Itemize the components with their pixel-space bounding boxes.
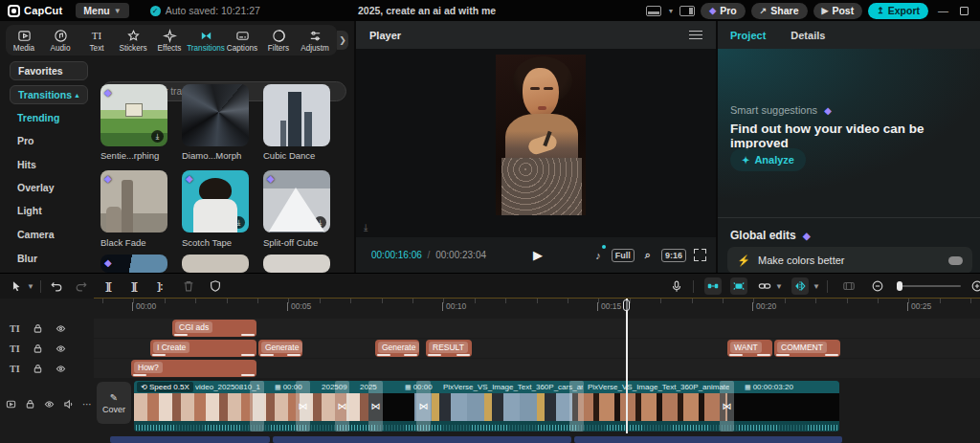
auto-preview-icon[interactable] — [730, 277, 747, 295]
playhead-handle[interactable] — [623, 299, 630, 311]
tab-details[interactable]: Details — [791, 30, 825, 41]
eye-icon[interactable] — [44, 399, 55, 410]
sidebar-item-camera[interactable]: Camera — [17, 229, 55, 240]
sidebar-item-pro[interactable]: Pro — [17, 135, 34, 146]
tab-media[interactable]: Media — [6, 29, 42, 53]
zoom-in-icon[interactable] — [969, 277, 980, 295]
tab-stickers[interactable]: Stickers — [115, 29, 151, 53]
transition-marker[interactable]: ⋈ — [296, 381, 310, 432]
export-button[interactable]: ↥Export — [868, 3, 928, 19]
tab-captions[interactable]: Captions — [224, 29, 260, 53]
pro-button[interactable]: ◆Pro — [701, 3, 745, 19]
transition-marker[interactable]: ⋈ — [416, 381, 431, 432]
text-clip[interactable]: RESULT — [426, 340, 472, 357]
tabbar-expand-chevron[interactable]: ❯ — [337, 31, 348, 50]
sidebar-item-trending[interactable]: Trending — [17, 112, 59, 123]
text-clip[interactable]: Generate — [258, 340, 302, 357]
tab-adjustment[interactable]: Adjustm — [297, 29, 333, 53]
aspect-ratio-button[interactable]: 9:16 — [661, 249, 686, 262]
cursor-tool-icon[interactable] — [8, 277, 25, 295]
lock-icon[interactable] — [33, 323, 43, 334]
copyright-check-icon[interactable] — [207, 277, 224, 295]
speaker-icon[interactable] — [63, 399, 74, 410]
sidebar-item-hits[interactable]: Hits — [17, 159, 36, 170]
delete-left-icon[interactable]: ][ — [125, 277, 143, 295]
tab-text[interactable]: TI Text — [78, 29, 115, 53]
focus-zoom-icon[interactable]: ⌕ — [642, 248, 654, 262]
eye-icon[interactable] — [56, 323, 66, 334]
analyze-button[interactable]: ✦ Analyze — [730, 148, 806, 171]
text-clip[interactable]: COMMENT — [774, 340, 840, 357]
make-colors-better-row[interactable]: ⚡ Make colors better — [727, 247, 972, 273]
chevron-down-icon[interactable]: ▼ — [775, 282, 783, 291]
full-quality-button[interactable]: Full — [612, 249, 635, 262]
mirror-flip-icon[interactable] — [791, 277, 809, 295]
zoom-out-icon[interactable] — [869, 277, 886, 295]
record-voiceover-icon[interactable] — [668, 277, 685, 295]
lock-icon[interactable] — [33, 364, 43, 374]
sidebar-item-light[interactable]: Light — [17, 205, 42, 216]
delete-right-icon[interactable]: ]: — [151, 277, 168, 295]
text-clip[interactable]: WANT — [727, 340, 772, 357]
lock-icon[interactable] — [33, 343, 43, 354]
lock-icon[interactable] — [25, 399, 35, 410]
chevron-down-icon[interactable]: ▼ — [27, 282, 34, 291]
layout-right-icon[interactable] — [679, 6, 695, 16]
split-icon[interactable]: ][ — [100, 277, 117, 295]
timeline-ruler[interactable]: 00:00 00:05 00:10 00:15 00:20 00:25 — [94, 299, 980, 317]
magnetic-snap-icon[interactable] — [704, 277, 722, 295]
keyframe-graph-icon[interactable] — [840, 277, 858, 295]
layout-bottom-icon[interactable] — [646, 6, 661, 16]
download-icon[interactable]: ⤓ — [314, 216, 326, 229]
transition-card[interactable]: ◆ ⤓ — [100, 84, 167, 146]
tab-filters[interactable]: Filters — [260, 29, 297, 53]
audio-clip[interactable] — [110, 436, 270, 443]
menu-button[interactable]: Menu▼ — [76, 3, 128, 18]
sidebar-item-overlay[interactable]: Overlay — [17, 182, 55, 193]
player-menu-icon[interactable] — [689, 31, 702, 40]
play-button[interactable]: ▶ — [533, 248, 543, 262]
zoom-slider-handle[interactable] — [897, 281, 902, 291]
transition-card[interactable] — [263, 255, 330, 273]
eye-icon[interactable] — [56, 364, 66, 374]
transition-card[interactable]: ◆ ⤓ — [182, 170, 249, 233]
transition-card[interactable]: ◆ — [100, 170, 167, 233]
video-clip[interactable]: ⟲ Speed 0.5X video_20250810_1 ▦00:00 202… — [134, 381, 839, 432]
transition-marker[interactable] — [569, 381, 584, 432]
tab-transitions[interactable]: Transitions — [188, 29, 224, 53]
sidebar-group-transitions[interactable]: Transitions ▲ — [10, 85, 88, 104]
video-preview[interactable] — [496, 55, 586, 215]
link-clips-icon[interactable] — [756, 277, 773, 295]
audio-clip[interactable] — [574, 436, 842, 443]
tab-effects[interactable]: Effects — [151, 29, 188, 53]
share-button[interactable]: ↗Share — [751, 3, 808, 19]
more-icon[interactable]: ⋯ — [82, 399, 93, 410]
transition-card[interactable] — [182, 84, 249, 146]
transition-card[interactable] — [263, 84, 330, 146]
transition-marker[interactable] — [250, 381, 264, 432]
text-clip[interactable]: Generate — [375, 340, 419, 357]
text-clip[interactable]: CGI ads — [172, 320, 256, 337]
transition-marker[interactable]: ⋈ — [720, 381, 734, 432]
sidebar-item-blur[interactable]: Blur — [17, 253, 37, 264]
delete-icon[interactable] — [180, 277, 197, 295]
audio-clip[interactable] — [273, 436, 571, 443]
download-icon[interactable]: ⤓ — [151, 130, 164, 143]
post-button[interactable]: ▶Post — [813, 3, 863, 19]
restore-button[interactable] — [960, 7, 969, 15]
transition-marker[interactable]: ⋈ — [368, 381, 383, 432]
undo-icon[interactable] — [48, 277, 65, 295]
tab-audio[interactable]: Audio — [42, 29, 78, 53]
text-clip[interactable]: I Create — [150, 340, 256, 357]
toggle-switch[interactable] — [948, 256, 963, 265]
download-preview-icon[interactable]: ⤓ — [364, 222, 368, 233]
minimize-button[interactable]: — — [934, 5, 952, 16]
chevron-down-icon[interactable]: ▼ — [667, 8, 674, 14]
transition-card[interactable]: ◆ — [100, 255, 167, 273]
tab-project[interactable]: Project — [730, 30, 766, 41]
chevron-down-icon[interactable]: ▼ — [813, 282, 820, 291]
text-clip[interactable]: How? — [131, 360, 256, 377]
tiktok-preview-icon[interactable]: ♪ — [592, 249, 604, 262]
transition-card[interactable]: ◆ ⤓ — [263, 170, 330, 233]
eye-icon[interactable] — [56, 343, 66, 354]
